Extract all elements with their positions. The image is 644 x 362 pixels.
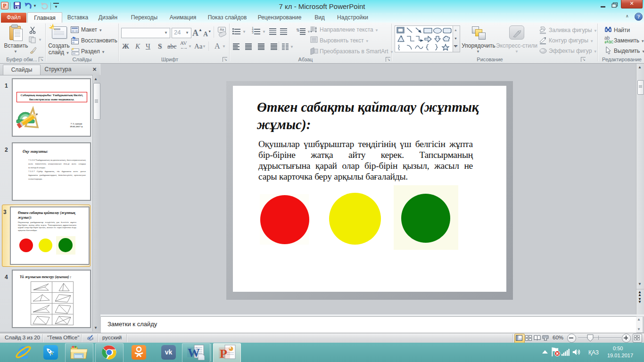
svg-text:W: W <box>188 346 200 360</box>
svg-text:P: P <box>220 347 227 360</box>
